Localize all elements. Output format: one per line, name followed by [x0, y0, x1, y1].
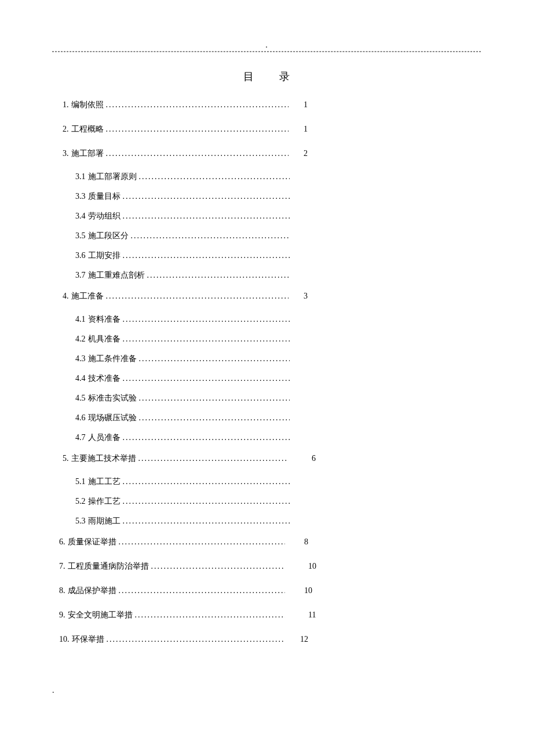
toc-page-number: 11 [285, 610, 316, 620]
toc-number: 4.1 [75, 315, 88, 324]
toc-label: 施工条件准备 [88, 354, 137, 364]
toc-entry-inner: 4.2机具准备.................................… [75, 334, 290, 344]
toc-leader-dots: ........................................… [104, 635, 286, 644]
toc-entry: 4.施工准备..................................… [52, 288, 481, 312]
toc-label: 标准击实试验 [88, 393, 137, 404]
toc-leader-dots: ........................................… [121, 497, 290, 506]
toc-entry-inner: 1.编制依照..................................… [63, 100, 289, 110]
toc-label: 劳动组织 [88, 211, 121, 221]
toc-number: 7. [59, 562, 68, 571]
toc-leader-dots: ........................................… [104, 149, 289, 158]
toc-number: 3.4 [75, 212, 88, 221]
toc-entry: 3.7 施工重难点剖析.............................… [52, 268, 481, 288]
toc-leader-dots: ........................................… [121, 315, 290, 324]
toc-entry: 2.工程概略..................................… [52, 121, 481, 145]
toc-leader-dots: ........................................… [121, 212, 290, 221]
toc-label: 质量目标 [88, 191, 121, 202]
toc-entry-inner: 4.5标准击实试验...............................… [75, 393, 290, 404]
toc-leader-dots: ........................................… [137, 394, 290, 403]
toc-number: 4.3 [75, 354, 88, 364]
toc-entry: 1.编制依照..................................… [52, 96, 481, 121]
toc-entry-inner: 4.4技术准备.................................… [75, 373, 290, 384]
toc-leader-dots: ........................................… [121, 477, 290, 486]
toc-number: 4.2 [75, 335, 88, 344]
toc-label: 质量保证举措 [68, 537, 116, 547]
toc-entry-inner: 10.环保举措.................................… [59, 634, 285, 645]
toc-label: 施工段区分 [88, 231, 129, 241]
toc-entry-inner: 3.5施工段区分................................… [75, 231, 290, 241]
toc-number: 10. [59, 635, 72, 644]
toc-leader-dots: ........................................… [116, 586, 286, 595]
toc-label: 安全文明施工举措 [68, 610, 133, 620]
toc-page-number: 6 [289, 454, 316, 463]
table-of-contents: 1.编制依照..................................… [52, 96, 481, 655]
toc-number: 4.5 [75, 394, 88, 403]
document-page: . 目 录 1.编制依照............................… [0, 0, 533, 756]
toc-leader-dots: ........................................… [121, 433, 290, 442]
toc-label: 主要施工技术举措 [71, 453, 136, 464]
toc-number: 9. [59, 610, 68, 620]
toc-page-number: 10 [285, 562, 316, 571]
toc-page-number: 1 [289, 125, 308, 134]
toc-entry: 9.安全文明施工举措..............................… [52, 606, 481, 631]
toc-entry: 4.7人员准备.................................… [52, 430, 481, 450]
toc-number: 8. [59, 586, 68, 595]
toc-leader-dots: ........................................… [133, 610, 286, 620]
toc-label: 机具准备 [88, 334, 121, 344]
toc-leader-dots: ........................................… [104, 125, 289, 134]
toc-entry: 4.4技术准备.................................… [52, 371, 481, 391]
toc-entry: 5.2操作工艺.................................… [52, 494, 481, 514]
toc-label: 工程概略 [71, 124, 104, 135]
toc-leader-dots: ........................................… [121, 192, 290, 201]
toc-entry: 6.质量保证举措................................… [52, 533, 481, 558]
toc-number: 3. [63, 149, 71, 158]
toc-number: 3.6 [75, 251, 88, 260]
toc-entry: 4.3施工条件准备...............................… [52, 351, 481, 371]
toc-entry-inner: 4.1资料准备.................................… [75, 314, 290, 325]
toc-number: 6. [59, 537, 68, 547]
toc-entry-inner: 7.工程质量通病防治举措............................… [59, 561, 285, 572]
toc-leader-dots: ........................................… [129, 231, 290, 241]
toc-entry: 3.3质量目标.................................… [52, 189, 481, 209]
toc-label: 资料准备 [88, 314, 121, 325]
toc-entry: 7.工程质量通病防治举措............................… [52, 558, 481, 582]
header-rule [52, 51, 481, 52]
page-title: 目 录 [52, 70, 481, 83]
toc-entry: 3.5施工段区分................................… [52, 228, 481, 248]
toc-entry-inner: 5. 主要施工技术举措.............................… [63, 453, 289, 464]
toc-leader-dots: ........................................… [121, 335, 290, 344]
toc-number: 4.7 [75, 433, 88, 442]
toc-number: 4.6 [75, 413, 88, 423]
toc-entry-inner: 4.6现场碾压试验...............................… [75, 413, 290, 423]
toc-entry-inner: 6.质量保证举措................................… [59, 537, 285, 547]
toc-entry-inner: 3.施工部署..................................… [63, 148, 289, 159]
toc-entry-inner: 8.成品保护举措................................… [59, 586, 285, 596]
toc-number: 2. [63, 125, 71, 134]
toc-leader-dots: ........................................… [121, 517, 290, 526]
toc-entry: 3.6工期安排.................................… [52, 248, 481, 268]
toc-label: 施工部署 [71, 148, 104, 159]
toc-entry: 4.1资料准备.................................… [52, 312, 481, 332]
toc-label: 工期安排 [88, 250, 121, 261]
toc-entry: 8.成品保护举措................................… [52, 582, 481, 606]
toc-number: 3.1 [75, 172, 88, 181]
toc-entry: 5.1施工工艺.................................… [52, 474, 481, 494]
toc-number: 4.4 [75, 374, 88, 383]
toc-label: 环保举措 [72, 634, 104, 645]
toc-leader-dots: ........................................… [116, 537, 286, 547]
toc-entry: 10.环保举措.................................… [52, 631, 481, 655]
toc-page-number: 2 [289, 149, 308, 158]
toc-entry: 5. 主要施工技术举措.............................… [52, 450, 481, 474]
header-marker: . [52, 41, 481, 50]
toc-entry: 4.5标准击实试验...............................… [52, 391, 481, 410]
toc-entry-inner: 3.6工期安排.................................… [75, 250, 290, 261]
toc-leader-dots: ........................................… [137, 354, 290, 364]
toc-leader-dots: ........................................… [137, 172, 290, 181]
toc-leader-dots: ........................................… [145, 271, 290, 280]
toc-page-number: 1 [289, 100, 308, 110]
toc-label: 技术准备 [88, 373, 121, 384]
toc-leader-dots: ........................................… [137, 413, 290, 423]
toc-label: 施工工艺 [88, 477, 121, 487]
toc-leader-dots: ........................................… [149, 562, 286, 571]
toc-number: 5.2 [75, 497, 88, 506]
